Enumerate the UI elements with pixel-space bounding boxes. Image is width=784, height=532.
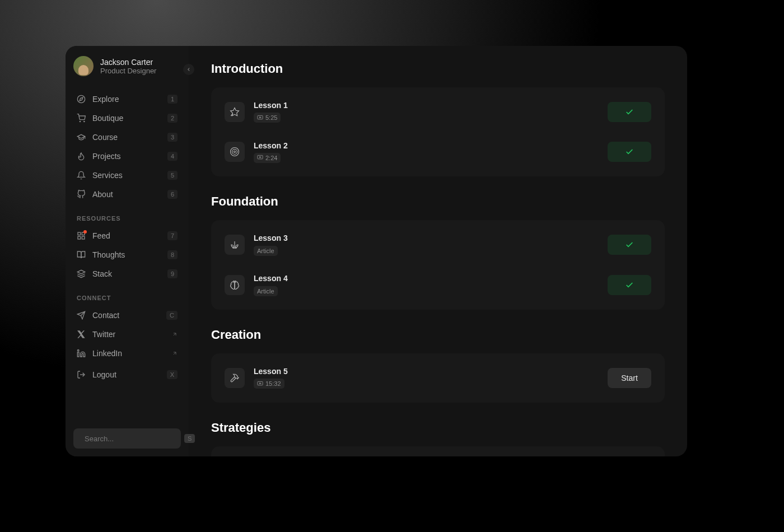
nav-key: 1 [167,95,178,104]
send-icon [77,311,86,320]
brain-icon [225,275,245,295]
svg-point-22 [231,148,239,156]
course-section: IntroductionLesson 15:25Lesson 22:24 [211,62,665,176]
sidebar-item-about[interactable]: About6 [73,185,181,204]
lesson-title: Lesson 2 [254,141,599,150]
lesson-row[interactable]: Lesson 3Article [217,226,659,264]
sprout-icon [225,235,245,255]
lesson-row[interactable]: Lesson 15:25 [217,93,659,131]
svg-marker-1 [80,97,83,101]
primary-nav: Explore1Boutique2Course3Projects4Service… [73,90,181,204]
profile-name: Jackson Carter [100,58,156,67]
external-link-icon [172,332,178,337]
svg-line-14 [174,352,176,354]
nav-key: 2 [167,114,178,123]
sidebar-item-boutique[interactable]: Boutique2 [73,109,181,128]
svg-rect-6 [82,236,85,239]
lesson-meta: 5:25 [254,113,281,123]
sidebar-item-course[interactable]: Course3 [73,128,181,147]
nav-label: Contact [92,311,160,320]
sidebar-item-logout[interactable]: Logout X [73,365,181,384]
sidebar-item-services[interactable]: Services5 [73,166,181,185]
sidebar-item-linkedin[interactable]: LinkedIn [73,344,181,363]
lesson-complete-badge[interactable] [608,102,651,122]
lesson-title: Lesson 3 [254,234,599,242]
svg-point-3 [84,121,85,122]
lessons-card: Lesson 15:25Lesson 22:24 [211,87,665,176]
nav-key: 3 [167,133,178,142]
lesson-complete-badge[interactable] [608,235,651,255]
layers-icon [77,269,86,278]
svg-point-0 [77,95,85,102]
nav-key: 7 [167,231,178,240]
sidebar-item-thoughts[interactable]: Thoughts8 [73,245,181,264]
svg-marker-8 [77,270,85,274]
search-box[interactable]: S [73,428,181,449]
nav-key: 5 [167,171,178,180]
search-key: S [184,434,195,443]
lesson-meta: 2:24 [254,153,281,163]
github-icon [77,190,86,199]
sidebar-item-feed[interactable]: Feed7 [73,226,181,245]
svg-rect-4 [78,232,81,235]
nav-label: Explore [92,95,161,104]
nav-label: Projects [92,152,161,161]
nav-label: Feed [92,231,161,240]
connect-nav: ContactCTwitterLinkedIn [73,306,181,363]
lesson-meta: Article [254,246,278,256]
logout-nav: Logout X [73,365,181,384]
collapse-sidebar-button[interactable] [183,64,194,75]
linkedin-icon [77,349,86,358]
twitter-icon [77,330,86,339]
sidebar-item-projects[interactable]: Projects4 [73,147,181,166]
section-title: Creation [211,328,665,342]
lesson-row[interactable]: Lesson 4Article [217,266,659,304]
chevron-left-icon [186,67,192,72]
nav-label: Services [92,171,161,180]
nav-key: 8 [167,250,178,259]
sidebar-item-contact[interactable]: ContactC [73,306,181,325]
resources-header: RESOURCES [77,215,178,222]
nav-label: Stack [92,269,161,278]
nav-key: C [166,311,178,320]
nav-label: Course [92,133,161,142]
lesson-complete-badge[interactable] [608,142,651,162]
grid-icon [77,231,86,240]
svg-point-23 [232,150,237,155]
lesson-row[interactable]: Lesson 22:24 [217,133,659,171]
svg-rect-12 [77,352,79,357]
logout-icon [77,370,86,379]
nav-key: 9 [167,269,178,278]
nav-key: 6 [167,190,178,199]
section-title: Introduction [211,62,665,76]
svg-rect-5 [82,232,85,235]
logout-label: Logout [92,370,160,379]
book-icon [77,250,86,259]
section-title: Strategies [211,421,665,435]
course-section: StrategiesLesson 6Start [211,421,665,457]
bell-icon [77,171,86,180]
lesson-row[interactable]: Lesson 6Start [217,452,659,457]
nav-label: Thoughts [92,250,161,259]
lesson-complete-badge[interactable] [608,275,651,295]
svg-line-11 [174,333,176,335]
profile[interactable]: Jackson Carter Product Designer [73,56,181,76]
search-input[interactable] [85,435,179,443]
nav-label: Boutique [92,114,161,123]
sidebar-item-twitter[interactable]: Twitter [73,325,181,344]
lesson-title: Lesson 5 [254,367,599,376]
sidebar-item-explore[interactable]: Explore1 [73,90,181,109]
lesson-row[interactable]: Lesson 515:32Start [217,359,659,397]
app-window: Jackson Carter Product Designer Explore1… [66,46,687,456]
nav-key: 4 [167,152,178,161]
lessons-card: Lesson 3ArticleLesson 4Article [211,220,665,310]
lessons-card: Lesson 6Start [211,446,665,457]
lessons-card: Lesson 515:32Start [211,353,665,403]
nav-label: About [92,190,161,199]
svg-point-2 [80,121,80,122]
lesson-start-button[interactable]: Start [608,368,651,388]
star-icon [225,102,245,122]
sidebar-item-stack[interactable]: Stack9 [73,264,181,283]
target-icon [225,142,245,162]
nav-label: LinkedIn [92,349,165,358]
